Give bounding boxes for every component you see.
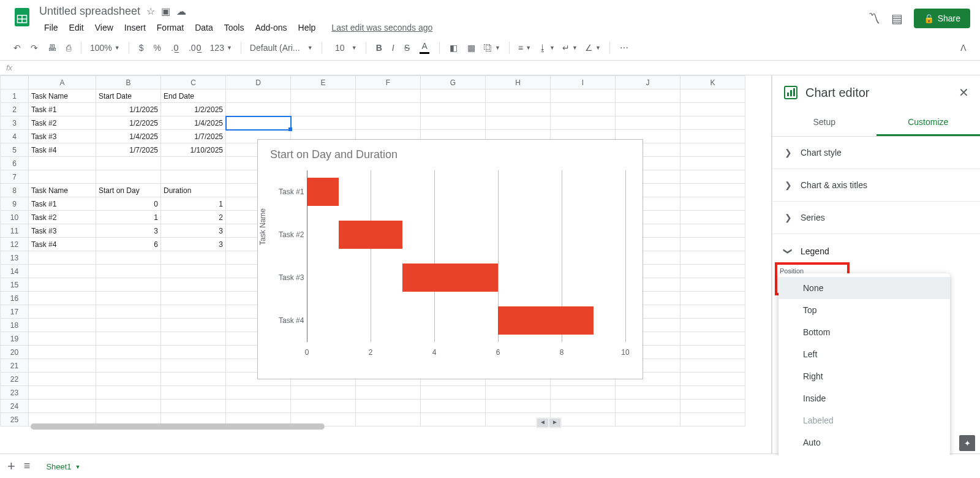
explore-button[interactable]: ✦ xyxy=(959,435,975,451)
cell-A18[interactable] xyxy=(29,319,96,332)
cell-A6[interactable] xyxy=(29,157,96,170)
italic-button[interactable]: I xyxy=(388,40,398,55)
all-sheets-button[interactable]: ≡ xyxy=(24,460,31,472)
chart-bar[interactable] xyxy=(402,264,498,292)
cell-K20[interactable] xyxy=(680,346,745,359)
position-option-top[interactable]: Top xyxy=(778,299,950,321)
cell-C6[interactable] xyxy=(161,157,226,170)
cell-K7[interactable] xyxy=(680,170,745,184)
menu-help[interactable]: Help xyxy=(293,20,321,35)
redo-button[interactable]: ↷ xyxy=(27,40,42,55)
borders-button[interactable]: ▦ xyxy=(464,40,479,55)
cell-K22[interactable] xyxy=(680,373,745,386)
cell-A14[interactable] xyxy=(29,265,96,278)
cell-G23[interactable] xyxy=(421,386,486,400)
add-sheet-button[interactable]: + xyxy=(7,458,15,474)
position-option-none[interactable]: None xyxy=(778,277,950,299)
cell-A8[interactable]: Task Name xyxy=(29,184,96,197)
cell-C1[interactable]: End Date xyxy=(161,89,226,103)
cell-E1[interactable] xyxy=(291,89,356,103)
row-header-7[interactable]: 7 xyxy=(1,170,29,184)
cell-B17[interactable] xyxy=(96,305,161,319)
col-header-J[interactable]: J xyxy=(616,76,680,89)
cell-C10[interactable]: 2 xyxy=(161,211,226,224)
cell-D3[interactable] xyxy=(226,116,291,130)
row-header-1[interactable]: 1 xyxy=(1,89,29,103)
cell-B3[interactable]: 1/2/2025 xyxy=(96,116,161,130)
cell-D24[interactable] xyxy=(226,400,291,413)
percent-button[interactable]: % xyxy=(150,40,165,55)
menu-addons[interactable]: Add-ons xyxy=(250,20,292,35)
cell-G25[interactable] xyxy=(421,413,486,427)
cell-F23[interactable] xyxy=(356,386,421,400)
row-header-13[interactable]: 13 xyxy=(1,251,29,265)
last-edit-link[interactable]: Last edit was seconds ago xyxy=(326,20,437,35)
section-chart-style[interactable]: ❯Chart style xyxy=(772,137,980,169)
cell-B18[interactable] xyxy=(96,319,161,332)
cell-J23[interactable] xyxy=(616,386,680,400)
share-button[interactable]: 🔒 Share xyxy=(914,9,970,28)
cell-F2[interactable] xyxy=(356,103,421,116)
tab-setup[interactable]: Setup xyxy=(772,110,876,136)
cell-B16[interactable] xyxy=(96,292,161,305)
tab-customize[interactable]: Customize xyxy=(876,110,981,136)
comments-icon[interactable]: ▤ xyxy=(891,11,903,26)
cell-K14[interactable] xyxy=(680,265,745,278)
cell-K24[interactable] xyxy=(680,400,745,413)
font-size-select[interactable]: 10▼ xyxy=(328,42,360,54)
cell-K13[interactable] xyxy=(680,251,745,265)
row-header-21[interactable]: 21 xyxy=(1,359,29,373)
cell-B11[interactable]: 3 xyxy=(96,224,161,238)
row-header-18[interactable]: 18 xyxy=(1,319,29,332)
cell-B9[interactable]: 0 xyxy=(96,197,161,211)
cloud-icon[interactable]: ☁ xyxy=(176,6,186,17)
cell-C13[interactable] xyxy=(161,251,226,265)
cell-G3[interactable] xyxy=(421,116,486,130)
col-header-D[interactable]: D xyxy=(226,76,291,89)
row-header-10[interactable]: 10 xyxy=(1,211,29,224)
row-header-2[interactable]: 2 xyxy=(1,103,29,116)
cell-C9[interactable]: 1 xyxy=(161,197,226,211)
menu-data[interactable]: Data xyxy=(190,20,218,35)
cell-C23[interactable] xyxy=(161,386,226,400)
cell-A2[interactable]: Task #1 xyxy=(29,103,96,116)
cell-B19[interactable] xyxy=(96,332,161,346)
cell-A1[interactable]: Task Name xyxy=(29,89,96,103)
cell-K4[interactable] xyxy=(680,130,745,143)
row-header-24[interactable]: 24 xyxy=(1,400,29,413)
cell-C17[interactable] xyxy=(161,305,226,319)
cell-A15[interactable] xyxy=(29,278,96,292)
cell-A13[interactable] xyxy=(29,251,96,265)
cell-K23[interactable] xyxy=(680,386,745,400)
row-header-22[interactable]: 22 xyxy=(1,373,29,386)
cell-E24[interactable] xyxy=(291,400,356,413)
row-header-9[interactable]: 9 xyxy=(1,197,29,211)
menu-insert[interactable]: Insert xyxy=(119,20,151,35)
cell-B12[interactable]: 6 xyxy=(96,238,161,251)
cell-B22[interactable] xyxy=(96,373,161,386)
cell-D1[interactable] xyxy=(226,89,291,103)
cell-K10[interactable] xyxy=(680,211,745,224)
col-header-H[interactable]: H xyxy=(486,76,551,89)
cell-C8[interactable]: Duration xyxy=(161,184,226,197)
undo-button[interactable]: ↶ xyxy=(10,40,24,55)
text-color-button[interactable]: A xyxy=(416,39,433,56)
cell-F1[interactable] xyxy=(356,89,421,103)
cell-E23[interactable] xyxy=(291,386,356,400)
position-option-right[interactable]: Right xyxy=(778,365,950,387)
trend-icon[interactable]: 〽 xyxy=(868,12,880,26)
cell-C4[interactable]: 1/7/2025 xyxy=(161,130,226,143)
chart-bar[interactable] xyxy=(498,306,594,335)
menu-view[interactable]: View xyxy=(90,20,118,35)
cell-C20[interactable] xyxy=(161,346,226,359)
cell-H1[interactable] xyxy=(486,89,551,103)
col-header-E[interactable]: E xyxy=(291,76,356,89)
cell-C14[interactable] xyxy=(161,265,226,278)
cell-B4[interactable]: 1/4/2025 xyxy=(96,130,161,143)
col-header-I[interactable]: I xyxy=(551,76,616,89)
cell-A20[interactable] xyxy=(29,346,96,359)
cell-F3[interactable] xyxy=(356,116,421,130)
embedded-chart[interactable]: Start on Day and Duration Task Name 0246… xyxy=(257,139,643,379)
position-option-left[interactable]: Left xyxy=(778,343,950,365)
cell-B23[interactable] xyxy=(96,386,161,400)
